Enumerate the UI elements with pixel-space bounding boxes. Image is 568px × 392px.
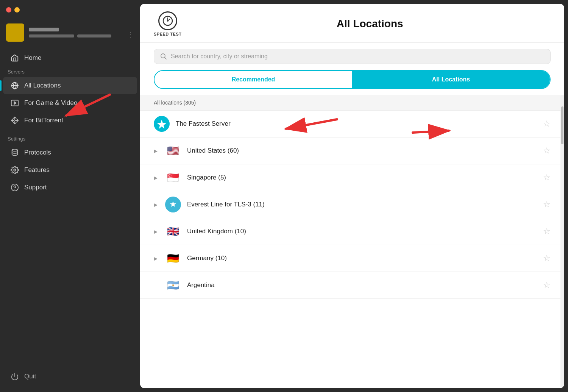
quit-label: Quit — [24, 373, 36, 380]
fastest-server-name: The Fastest Server — [176, 120, 537, 128]
favorite-star-de[interactable]: ☆ — [543, 253, 551, 263]
sidebar-item-bittorrent-label: For BitTorrent — [24, 117, 63, 124]
scrollbar-thumb[interactable] — [561, 106, 563, 144]
chevron-uk: ▶ — [154, 229, 158, 234]
sidebar-item-features-label: Features — [24, 166, 50, 174]
speed-test-icon-circle — [158, 11, 177, 30]
svg-point-4 — [14, 169, 16, 171]
server-name-ar: Argentina — [187, 281, 537, 289]
server-name-de: Germany (10) — [187, 255, 537, 262]
chevron-sg: ▶ — [154, 175, 158, 181]
server-list-wrapper: All locations (305) The Fastest Server ☆… — [140, 95, 564, 388]
chevron-tls3: ▶ — [154, 202, 158, 208]
server-list: All locations (305) The Fastest Server ☆… — [140, 95, 564, 388]
page-title: All Locations — [189, 18, 551, 30]
flag-uk: 🇬🇧 — [165, 223, 181, 239]
server-item-us[interactable]: ▶ 🇺🇸 United States (60) ☆ — [140, 137, 564, 164]
fastest-server-icon — [154, 116, 170, 132]
server-name-tls3: Everest Line for TLS-3 (11) — [187, 201, 537, 208]
favorite-star-sg[interactable]: ☆ — [543, 173, 551, 183]
tabs-row: Recommended All Locations — [154, 70, 551, 89]
server-name-us: United States (60) — [187, 147, 537, 155]
server-item-de[interactable]: ▶ 🇩🇪 Germany (10) ☆ — [140, 245, 564, 272]
server-item-sg[interactable]: ▶ 🇸🇬 Singapore (5) ☆ — [140, 164, 564, 191]
sidebar-item-support[interactable]: Support — [3, 179, 137, 196]
server-item-ar[interactable]: ▶ 🇦🇷 Argentina ☆ — [140, 272, 564, 299]
titlebar — [0, 0, 140, 20]
user-area: ⋮ — [0, 20, 140, 49]
search-icon — [160, 53, 167, 60]
chevron-us: ▶ — [154, 148, 158, 154]
tab-recommended[interactable]: Recommended — [154, 71, 352, 88]
power-icon — [11, 372, 19, 381]
server-item-fastest[interactable]: The Fastest Server ☆ — [140, 111, 564, 137]
avatar — [6, 23, 24, 42]
svg-line-12 — [165, 58, 167, 59]
user-detail-bar2 — [77, 34, 111, 37]
tab-all-locations[interactable]: All Locations — [352, 71, 550, 88]
play-icon — [11, 99, 19, 107]
svg-marker-13 — [157, 120, 166, 129]
sidebar-item-home-label: Home — [24, 54, 41, 62]
flag-ar: 🇦🇷 — [165, 277, 181, 293]
sidebar-item-features[interactable]: Features — [3, 161, 137, 179]
main-content: SPEED TEST All Locations Recommended All… — [140, 4, 564, 388]
sidebar-item-all-locations[interactable]: All Locations — [3, 77, 137, 94]
svg-point-3 — [12, 149, 18, 151]
favorite-star-ar[interactable]: ☆ — [543, 280, 551, 290]
sidebar: ⋮ Home Servers All Locations — [0, 0, 140, 392]
list-header: All locations (305) — [140, 95, 564, 111]
server-item-tls3[interactable]: ▶ Everest Line for TLS-3 (11) ☆ — [140, 191, 564, 218]
search-wrapper — [140, 43, 564, 70]
svg-point-10 — [167, 20, 169, 22]
speed-test-label: SPEED TEST — [154, 32, 181, 36]
server-name-uk: United Kingdom (10) — [187, 228, 537, 235]
flag-tls3 — [165, 197, 181, 212]
sidebar-item-support-label: Support — [24, 184, 47, 191]
server-name-sg: Singapore (5) — [187, 174, 537, 181]
sidebar-item-protocols[interactable]: Protocols — [3, 144, 137, 161]
sidebar-item-home[interactable]: Home — [3, 49, 137, 67]
svg-marker-2 — [14, 102, 16, 104]
chevron-de: ▶ — [154, 256, 158, 261]
minimize-button[interactable] — [14, 7, 20, 12]
gear-icon — [11, 166, 19, 174]
scrollbar-track[interactable] — [560, 95, 564, 388]
search-input[interactable] — [171, 53, 544, 60]
flag-sg: 🇸🇬 — [165, 170, 181, 186]
flag-de: 🇩🇪 — [165, 250, 181, 266]
more-options-icon[interactable]: ⋮ — [127, 30, 134, 39]
sidebar-item-protocols-label: Protocols — [24, 149, 51, 156]
sidebar-section-servers: Servers — [0, 67, 140, 77]
flag-us: 🇺🇸 — [165, 143, 181, 159]
server-item-uk[interactable]: ▶ 🇬🇧 United Kingdom (10) ☆ — [140, 218, 564, 245]
user-name-bar — [29, 28, 59, 31]
main-header: SPEED TEST All Locations — [140, 4, 564, 43]
speed-test-widget[interactable]: SPEED TEST — [154, 11, 181, 36]
home-icon — [11, 54, 19, 62]
favorite-star-uk[interactable]: ☆ — [543, 226, 551, 236]
globe-icon — [11, 81, 19, 90]
sidebar-item-game-video-label: For Game & Video — [24, 99, 77, 107]
sidebar-item-game-video[interactable]: For Game & Video — [3, 94, 137, 112]
quit-item[interactable]: Quit — [3, 367, 137, 386]
search-bar[interactable] — [154, 49, 551, 64]
favorite-star-us[interactable]: ☆ — [543, 146, 551, 156]
protocols-icon — [11, 148, 19, 157]
favorite-star-tls3[interactable]: ☆ — [543, 200, 551, 209]
favorite-star-fastest[interactable]: ☆ — [543, 119, 551, 129]
close-button[interactable] — [6, 7, 11, 12]
torrent-icon — [11, 116, 19, 125]
sidebar-section-settings: Settings — [0, 134, 140, 144]
tabs-wrapper: Recommended All Locations — [140, 70, 564, 95]
user-detail-bar — [29, 34, 74, 37]
sidebar-item-bittorrent[interactable]: For BitTorrent — [3, 112, 137, 129]
support-icon — [11, 183, 19, 192]
user-info — [29, 28, 111, 37]
sidebar-item-all-locations-label: All Locations — [24, 82, 61, 89]
